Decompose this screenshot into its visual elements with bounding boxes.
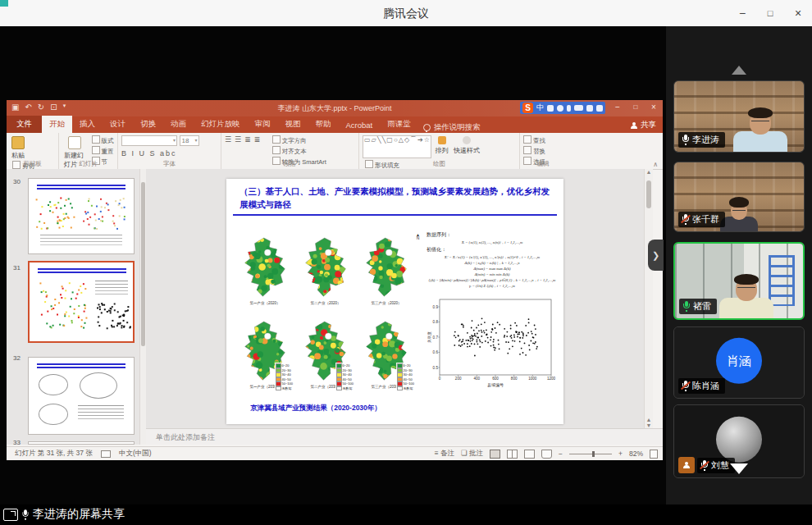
slide-thumbnail-31[interactable] — [28, 261, 135, 343]
corner-accent — [0, 0, 8, 7]
slide-thumbnail-30[interactable] — [28, 178, 135, 254]
slide-editing-area[interactable]: （三）基于人口、土地、产业要素模拟模型，预测城乡要素发展趋势，优化乡村发展模式与… — [146, 169, 644, 428]
quick-styles-icon — [463, 136, 471, 144]
new-slide-icon — [68, 136, 81, 149]
normal-view-button[interactable] — [490, 450, 500, 459]
slideshow-view-button[interactable] — [541, 450, 552, 459]
ppt-close-button[interactable]: × — [645, 100, 663, 115]
minimize-button[interactable]: − — [728, 0, 756, 26]
ribbon-tab-雨课堂[interactable]: 雨课堂 — [380, 116, 418, 133]
quick-styles-button[interactable]: 快速样式 — [454, 136, 480, 155]
ribbon: 粘贴 剪切 复制 格式刷 剪贴板 新建幻灯片 版式 重置 节 幻灯片 — [7, 133, 663, 170]
reading-view-button[interactable] — [524, 450, 535, 459]
ribbon-collapse-icon[interactable]: ∧ — [653, 161, 658, 168]
screen-share-icon — [3, 509, 18, 521]
zoom-out-button[interactable]: − — [559, 450, 563, 458]
ppt-share-button[interactable]: 共享 — [631, 120, 656, 130]
scroll-down-icon[interactable] — [730, 463, 748, 474]
participant-name: 褚雷 — [693, 300, 711, 313]
ribbon-tab-开始[interactable]: 开始 — [42, 116, 72, 133]
shared-screen-stage: ▣ ↶ ↻ ⊡ ▾ 李进涛 山东大学.pptx - PowerPoint S 中… — [0, 26, 812, 504]
comments-toggle[interactable]: ❏ 批注 — [461, 449, 483, 459]
list-buttons[interactable]: ☰☰≣≣ — [225, 135, 263, 144]
ribbon-tab-插入[interactable]: 插入 — [72, 116, 103, 133]
slide-scrollbar[interactable]: ▲ ▲▼ — [644, 169, 653, 428]
arrange-button[interactable]: 排列 — [436, 136, 449, 155]
sogou-logo-icon[interactable]: S — [522, 103, 533, 113]
meeting-titlebar: 腾讯会议 − □ × — [0, 0, 812, 27]
thumbnail-dots — [30, 262, 31, 264]
avatar — [716, 417, 762, 463]
zoom-percent[interactable]: 82% — [629, 450, 643, 458]
choropleth-map: 第三产业（2020） — [358, 236, 415, 315]
zoom-in-button[interactable]: + — [618, 450, 623, 458]
zoom-slider[interactable] — [569, 454, 612, 454]
ime-keyboard-icon[interactable] — [574, 105, 583, 111]
thumbnail-scrollbar[interactable] — [139, 169, 146, 445]
font-name-combo[interactable] — [121, 135, 177, 146]
map-caption: 第一产业（2020） — [236, 301, 294, 305]
ribbon-tab-帮助[interactable]: 帮助 — [308, 116, 339, 133]
slide-thumbnail-33[interactable] — [28, 441, 135, 445]
find-button[interactable]: 查找 — [523, 135, 545, 145]
formula-line: 初值化： — [427, 246, 558, 253]
ime-tool-icon[interactable] — [547, 105, 554, 112]
svg-text:1000: 1000 — [528, 377, 537, 381]
display-settings-icon[interactable] — [101, 450, 111, 458]
scroll-up-icon[interactable] — [732, 66, 746, 75]
language-indicator[interactable]: 中文(中国) — [119, 449, 152, 459]
ribbon-tab-设计[interactable]: 设计 — [103, 116, 133, 133]
fit-slide-button[interactable] — [650, 450, 658, 459]
participant-tile-褚雷[interactable]: 褚雷 — [673, 242, 805, 320]
align-text-button[interactable]: 对齐文本 — [272, 146, 326, 156]
ribbon-tab-文件[interactable]: 文件 — [7, 116, 42, 133]
sidebar-collapse-handle[interactable]: ❯ — [648, 240, 664, 271]
ribbon-tab-幻灯片放映[interactable]: 幻灯片放映 — [194, 116, 248, 133]
paste-button[interactable]: 粘贴 — [11, 136, 25, 160]
slide-sorter-view-button[interactable] — [507, 450, 518, 459]
replace-button[interactable]: 替换 — [523, 146, 545, 156]
shape-gallery[interactable]: ▭▱╲╲▢○△◇⌒➔☆ — [363, 135, 431, 158]
ribbon-tab-视图[interactable]: 视图 — [278, 116, 308, 133]
font-format-buttons[interactable]: B I U S abc — [121, 149, 217, 158]
layout-button[interactable]: 版式 — [92, 135, 114, 145]
ime-skin-icon[interactable] — [586, 105, 593, 112]
notes-toggle[interactable]: ≡ 备注 — [435, 449, 454, 459]
ime-lang-indicator[interactable]: 中 — [536, 103, 544, 113]
ribbon-tab-动画[interactable]: 动画 — [163, 116, 194, 133]
participant-tile-张千群[interactable]: 张千群 — [673, 162, 805, 232]
participant-tile-李进涛[interactable]: 李进涛 — [673, 80, 805, 153]
ribbon-group-paragraph: ☰☰≣≣ 文字方向 对齐文本 转换为 SmartArt 段落 — [221, 133, 359, 169]
ime-grid-icon[interactable] — [596, 105, 603, 112]
ribbon-tab-Acrobat[interactable]: Acrobat — [339, 117, 381, 133]
slide-canvas[interactable]: （三）基于人口、土地、产业要素模拟模型，预测城乡要素发展趋势，优化乡村发展模式与… — [226, 179, 563, 424]
ime-toolbar[interactable]: S 中 — [520, 102, 605, 114]
participant-tile-陈肖涵[interactable]: 肖涵陈肖涵 — [673, 326, 805, 399]
svg-text:400: 400 — [473, 377, 480, 381]
formula-line: Xᵢ′ = Xᵢ ⁄ xᵢ(1) = {xᵢ′(1), xᵢ′(2), …, x… — [427, 255, 558, 259]
notes-pane[interactable]: 单击此处添加备注 — [146, 428, 663, 445]
mic-muted-icon — [682, 214, 690, 225]
text-direction-button[interactable]: 文字方向 — [272, 135, 326, 145]
share-banner-text: 李进涛的屏幕共享 — [33, 507, 125, 522]
mic-icon — [682, 301, 691, 312]
maximize-button[interactable]: □ — [756, 0, 784, 26]
reset-button[interactable]: 重置 — [92, 146, 114, 156]
svg-text:关联度: 关联度 — [427, 331, 432, 343]
participant-name: 张千群 — [692, 213, 719, 226]
ribbon-tab-切换[interactable]: 切换 — [133, 116, 163, 133]
arrange-icon — [438, 136, 446, 144]
participant-video-person — [733, 112, 787, 152]
slide-thumbnail-32[interactable] — [28, 357, 135, 435]
ribbon-tab-审阅[interactable]: 审阅 — [248, 116, 278, 133]
map-legend: 0~2020~3030~4040~5050~100无数据 — [335, 363, 354, 390]
participant-name-chip: 李进涛 — [678, 132, 725, 148]
thumbnail-dots — [29, 179, 30, 180]
close-button[interactable]: × — [784, 0, 812, 26]
tell-me-search[interactable]: 操作说明搜索 — [423, 122, 481, 133]
ime-mic-icon[interactable] — [567, 105, 571, 112]
ppt-restore-button[interactable]: □ — [627, 100, 645, 115]
ppt-minimize-button[interactable]: − — [609, 100, 627, 115]
font-size-combo[interactable]: 18 — [180, 135, 199, 146]
ime-emoji-icon[interactable] — [557, 105, 563, 112]
